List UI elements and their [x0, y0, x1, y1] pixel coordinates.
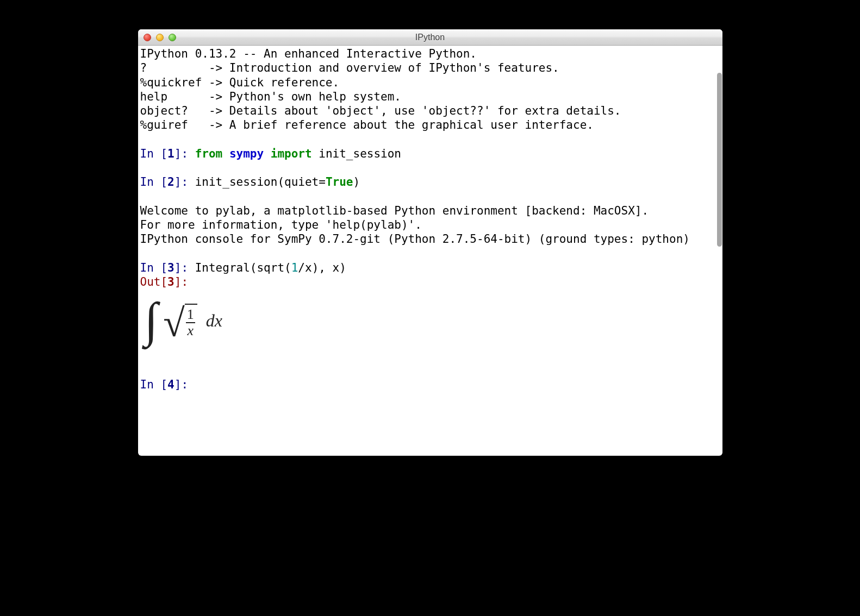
identifier: init_session — [319, 147, 401, 160]
app-window: IPython IPython 0.13.2 -- An enhanced In… — [138, 29, 722, 456]
window-title: IPython — [138, 33, 722, 42]
scrollbar[interactable] — [716, 46, 722, 456]
banner-line: %guiref -> A brief reference about the g… — [140, 118, 594, 131]
scrollbar-thumb[interactable] — [717, 73, 722, 247]
in-prompt: In [3]: — [140, 261, 195, 274]
pylab-line: For more information, type 'help(pylab)'… — [140, 218, 422, 231]
call-expr: Integral(sqrt( — [195, 261, 291, 274]
in-prompt[interactable]: In [4]: — [140, 378, 195, 391]
literal-true: True — [326, 175, 353, 188]
in-prompt: In [1]: — [140, 147, 195, 160]
banner-line: object? -> Details about 'object', use '… — [140, 104, 621, 117]
differential: dx — [203, 310, 222, 331]
pylab-line: Welcome to pylab, a matplotlib-based Pyt… — [140, 204, 649, 217]
traffic-lights — [138, 34, 176, 41]
denominator: x — [186, 323, 195, 339]
numerator: 1 — [186, 307, 195, 323]
call-expr: init_session(quiet — [195, 175, 319, 188]
pylab-line: IPython console for SymPy 0.7.2-git (Pyt… — [140, 232, 690, 246]
minimize-icon[interactable] — [156, 34, 164, 41]
banner-line: help -> Python's own help system. — [140, 90, 401, 103]
module-name: sympy — [229, 147, 264, 160]
keyword-from: from — [195, 147, 223, 160]
in-prompt: In [2]: — [140, 175, 195, 188]
close-icon[interactable] — [144, 34, 151, 41]
banner-line: ? -> Introduction and overview of IPytho… — [140, 61, 559, 74]
literal-number: 1 — [291, 261, 298, 274]
zoom-icon[interactable] — [169, 34, 176, 41]
content-wrap: IPython 0.13.2 -- An enhanced Interactiv… — [138, 46, 722, 456]
sqrt-expression: √1x — [163, 303, 197, 339]
latex-output: ∫√1xdx — [140, 289, 714, 349]
banner-line: IPython 0.13.2 -- An enhanced Interactiv… — [140, 47, 477, 60]
fraction: 1x — [186, 307, 195, 339]
device-frame: IPython IPython 0.13.2 -- An enhanced In… — [81, 8, 780, 608]
banner-line: %quickref -> Quick reference. — [140, 76, 340, 89]
keyword-import: import — [271, 147, 312, 160]
console-output[interactable]: IPython 0.13.2 -- An enhanced Interactiv… — [138, 46, 716, 456]
radicand: 1x — [185, 304, 197, 339]
titlebar[interactable]: IPython — [138, 29, 722, 46]
radical-icon: √ — [163, 313, 185, 333]
integral-icon: ∫ — [145, 303, 158, 337]
out-prompt: Out[3]: — [140, 275, 189, 288]
